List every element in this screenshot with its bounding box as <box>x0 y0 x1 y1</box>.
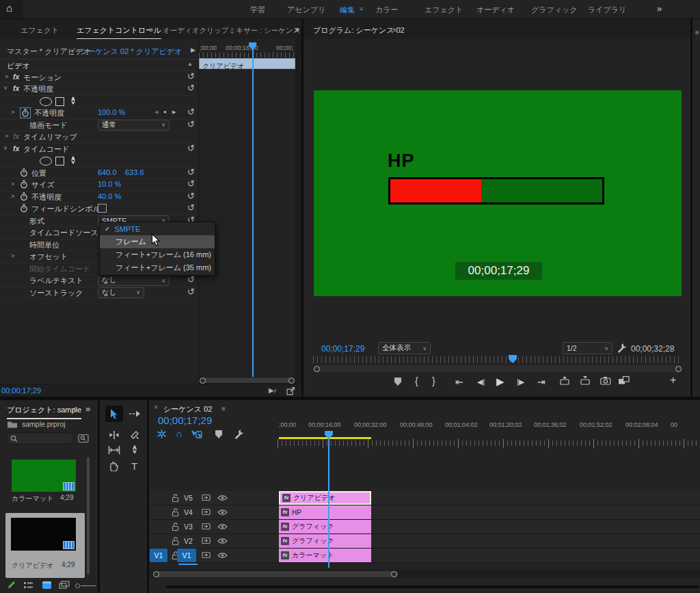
ec-video-section-row[interactable]: ビデオ ▲ <box>0 60 198 71</box>
project-writable-pencil-icon[interactable] <box>7 580 16 590</box>
time-remap-expander-icon[interactable]: > <box>5 133 8 140</box>
timeline-clip-clear-video[interactable]: fx クリアビデオ <box>279 491 371 505</box>
mark-in-button[interactable]: { <box>415 375 418 386</box>
lift-button[interactable] <box>559 375 570 386</box>
program-scroll-right-handle[interactable] <box>675 366 682 372</box>
tab-effects[interactable]: エフェクト <box>21 25 59 36</box>
ec-header-next-arrow-icon[interactable]: ▶ <box>191 47 196 53</box>
icon-view-icon[interactable] <box>42 581 51 589</box>
track-name-label[interactable]: V3 <box>184 523 193 531</box>
opacity-group-expander-icon[interactable]: ∨ <box>3 85 8 91</box>
rect-mask-icon[interactable] <box>55 97 64 106</box>
ec-row-position[interactable]: 位置 640.0 633.6 ↺ <box>0 167 198 180</box>
opacity-group-fx-badge[interactable]: fx <box>13 84 19 92</box>
workspace-menu-icon[interactable]: ≡ <box>360 5 363 12</box>
field-symbol-stopwatch-icon[interactable] <box>20 204 28 213</box>
step-forward-button[interactable]: |▶ <box>517 378 524 386</box>
timeline-ruler[interactable]: ;00;00 00;00;16;00 00;00;32;00 00;00;48;… <box>278 418 700 449</box>
program-scrub-ruler[interactable] <box>313 356 681 363</box>
tab-sequence-02[interactable]: シーケンス 02 <box>163 404 212 414</box>
opacity2-value[interactable]: 40.0 % <box>98 192 121 200</box>
track-name-label[interactable]: V4 <box>184 508 193 516</box>
track-output-eye-icon[interactable] <box>217 538 228 544</box>
tab-project[interactable]: プロジェクト: sample <box>7 405 81 419</box>
pen-tool[interactable] <box>130 444 139 456</box>
size-stopwatch-icon[interactable] <box>20 180 28 189</box>
export-frame-icon[interactable] <box>286 386 295 395</box>
size-value[interactable]: 10.0 % <box>98 180 121 188</box>
blend-mode-reset-icon[interactable]: ↺ <box>187 121 195 128</box>
ec-ruler-ticks[interactable] <box>199 53 295 57</box>
project-search-input[interactable] <box>5 432 74 445</box>
keyframe-prev-icon[interactable]: ◀ <box>154 109 158 115</box>
position-reset-icon[interactable]: ↺ <box>187 169 195 176</box>
thumbnail-zoom-slider[interactable] <box>75 583 96 588</box>
go-to-in-button[interactable]: ⇤ <box>455 376 463 387</box>
track-output-eye-icon[interactable] <box>217 552 228 559</box>
program-current-timecode[interactable]: 00;00;17;29 <box>321 344 364 354</box>
go-to-out-button[interactable]: ⇥ <box>537 376 546 387</box>
opacity-expander-icon[interactable]: > <box>11 109 14 116</box>
sync-lock-icon[interactable] <box>202 537 211 544</box>
mark-out-button[interactable]: } <box>432 375 435 386</box>
size-reset-icon[interactable]: ↺ <box>187 181 195 187</box>
ec-clip-bar[interactable]: クリアビデオ <box>199 58 295 69</box>
bin-item-clear-video[interactable]: クリアビデオ 4;29 <box>5 513 85 578</box>
left-tabs-overflow-chevron[interactable]: » <box>295 24 299 34</box>
ec-row-motion[interactable]: > fx モーション ↺ <box>0 71 198 84</box>
timeline-scroll-right-handle[interactable] <box>391 571 397 577</box>
ec-keyframe-lane[interactable] <box>198 39 296 377</box>
program-scroll-left-handle[interactable] <box>314 366 320 372</box>
ec-row-field-symbol[interactable]: フィールドシンボル ↺ <box>0 202 198 215</box>
ec-lane-scrollbar[interactable] <box>199 377 295 384</box>
opacity-group-reset-icon[interactable]: ↺ <box>187 85 195 92</box>
position-stopwatch-icon[interactable] <box>20 168 28 177</box>
program-fit-dropdown[interactable]: 全体表示 ∨ <box>378 342 431 354</box>
collapsed-panel-menu-icon[interactable]: ≡ <box>695 29 699 36</box>
workspace-tab-editing[interactable]: 編集 <box>340 5 355 15</box>
size-expander-icon[interactable]: > <box>11 181 14 187</box>
bin-item-color-matte[interactable]: カラーマット 4;29 <box>4 455 86 508</box>
label-text-dropdown[interactable]: なし ∨ <box>98 275 170 286</box>
lock-icon[interactable] <box>172 508 179 517</box>
opacity2-expander-icon[interactable]: > <box>11 193 14 200</box>
workspace-tab-effects[interactable]: エフェクト <box>425 5 463 15</box>
timeline-settings-wrench-icon[interactable] <box>234 429 245 440</box>
workspace-tab-libraries[interactable]: ライブラリ <box>588 5 626 15</box>
ec-row-timecode-group[interactable]: ∨ fx タイムコード ↺ <box>0 143 198 156</box>
snap-magnet-icon[interactable]: ∩ <box>176 428 183 439</box>
project-file-name[interactable]: sample.prproj <box>22 420 66 428</box>
ec-row-size[interactable]: > サイズ 10.0 % ↺ <box>0 179 198 192</box>
timeline-current-timecode[interactable]: 00;00;17;29 <box>158 414 212 426</box>
track-name-label[interactable]: V2 <box>184 537 193 545</box>
ellipse-mask-icon[interactable] <box>40 97 52 106</box>
hand-tool[interactable] <box>109 460 119 471</box>
motion-expander-icon[interactable]: > <box>5 73 8 80</box>
ec-sequence-clip-label[interactable]: シーケンス 02 * クリアビデオ <box>80 47 182 57</box>
tab-program-monitor[interactable]: プログラム: シーケンス 02 <box>313 25 405 36</box>
sync-lock-icon[interactable] <box>202 523 211 530</box>
menu-item-feet-frames-16mm[interactable]: フィート+フレーム (16 mm) <box>100 248 215 261</box>
sync-lock-icon[interactable] <box>202 508 211 516</box>
tab-audio-clip-mixer[interactable]: オーディオクリップミキサー : シーケンス 02 <box>163 26 310 36</box>
project-panel-menu-icon[interactable]: ≡ <box>73 406 77 413</box>
program-zoom-scrollbar[interactable] <box>313 365 682 372</box>
field-symbol-checkbox[interactable] <box>98 204 107 213</box>
opacity-value[interactable]: 100.0 % <box>98 108 125 116</box>
rect-mask-icon[interactable] <box>55 157 64 166</box>
export-frame-camera-button[interactable] <box>600 376 611 385</box>
home-button[interactable]: ⌂ <box>0 0 23 18</box>
track-target-v1-button[interactable]: V1 <box>177 549 196 562</box>
workspace-tab-learning[interactable]: 学習 <box>250 5 265 15</box>
opacity-stopwatch-icon[interactable] <box>20 107 31 118</box>
linked-selection-icon[interactable] <box>191 430 202 438</box>
track-name-label[interactable]: V5 <box>184 494 193 502</box>
timecode-group-reset-icon[interactable]: ↺ <box>187 145 195 152</box>
sync-lock-icon[interactable] <box>202 551 211 559</box>
field-symbol-reset-icon[interactable]: ↺ <box>187 205 195 211</box>
button-editor-button[interactable]: + <box>670 374 676 386</box>
ec-master-clip-label[interactable]: マスター * クリアビデオ <box>7 47 91 57</box>
workspace-tab-audio[interactable]: オーディオ <box>476 5 515 15</box>
ec-video-collapse-icon[interactable]: ▲ <box>187 61 193 67</box>
position-y-value[interactable]: 633.6 <box>125 168 144 176</box>
